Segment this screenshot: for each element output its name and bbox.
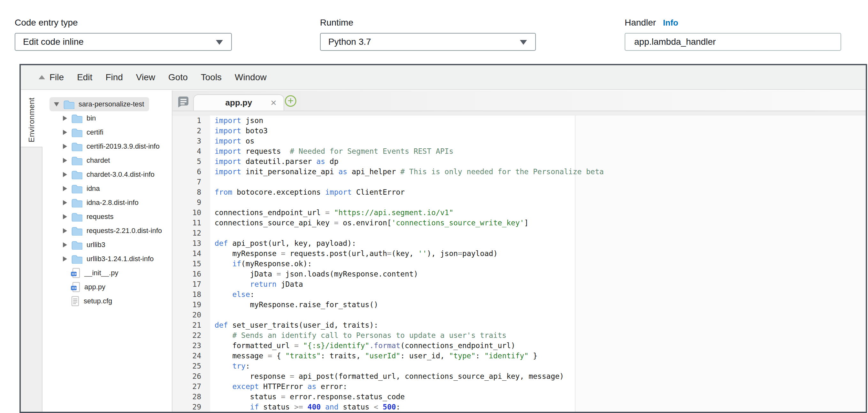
code-line-10: connections_endpoint_url = "https://api.… xyxy=(215,207,454,218)
code-line-18: else: xyxy=(215,289,254,299)
folder-icon xyxy=(71,128,83,137)
line-number: 19 xyxy=(173,299,210,310)
chevron-down-icon xyxy=(216,40,223,45)
tree-row-content: idna xyxy=(63,182,105,196)
folder-icon xyxy=(71,142,83,151)
disclosure-collapsed-icon[interactable] xyxy=(63,200,67,205)
code-line-29: if status >= 400 and status < 500: xyxy=(215,402,400,412)
python-file-icon: <> xyxy=(71,268,80,278)
code-entry-type-select[interactable]: Edit code inline xyxy=(15,33,232,51)
disclosure-collapsed-icon[interactable] xyxy=(63,144,67,149)
menu-items: FileEditFindViewGotoToolsWindow xyxy=(50,65,267,89)
tree-item-label: app.py xyxy=(84,283,105,291)
menu-item-tools[interactable]: Tools xyxy=(201,72,222,83)
svg-text:<>: <> xyxy=(72,286,77,290)
tab-bar: app.py × + xyxy=(173,90,866,111)
disclosure-collapsed-icon[interactable] xyxy=(63,116,67,121)
line-number: 9 xyxy=(173,197,210,207)
folder-icon xyxy=(71,198,83,207)
code-line-21: def set_user_traits(user_id, traits): xyxy=(215,320,378,330)
folder-icon xyxy=(63,100,74,109)
disclosure-collapsed-icon[interactable] xyxy=(63,228,67,233)
tree-item-idna-2.8.dist-info[interactable]: idna-2.8.dist-info xyxy=(42,196,171,210)
code-line-13: def api_post(url, key, payload): xyxy=(215,238,356,248)
folder-icon xyxy=(71,240,83,249)
runtime-select[interactable]: Python 3.7 xyxy=(320,33,536,51)
code-line-24: message = { "traits": traits, "userId": … xyxy=(215,351,537,361)
disclosure-collapsed-icon[interactable] xyxy=(63,130,67,135)
line-number: 27 xyxy=(173,381,210,391)
line-number: 10 xyxy=(173,207,210,218)
environment-tab[interactable]: Environment xyxy=(21,94,42,145)
tree-row-content: idna-2.8.dist-info xyxy=(63,196,144,210)
new-tab-button[interactable]: + xyxy=(285,95,297,107)
tree-item-urllib3-1.24.1.dist-info[interactable]: urllib3-1.24.1.dist-info xyxy=(42,252,171,266)
code-line-23: formatted_url = "{:s}/identify".format(c… xyxy=(215,341,516,351)
code-line-6: import init_personalize_api as api_helpe… xyxy=(215,167,604,177)
disclosure-collapsed-icon[interactable] xyxy=(63,256,67,262)
folder-icon xyxy=(71,240,83,249)
tree-item-certifi-2019.3.9.dist-info[interactable]: certifi-2019.3.9.dist-info xyxy=(42,139,171,153)
tree-item-setup.cfg[interactable]: setup.cfg xyxy=(42,294,171,308)
menu-item-file[interactable]: File xyxy=(50,72,64,83)
menu-item-edit[interactable]: Edit xyxy=(77,72,92,83)
tree-item-label: sara-personalize-test xyxy=(79,100,144,108)
menu-item-window[interactable]: Window xyxy=(235,72,267,83)
tree-item-chardet-3.0.4.dist-info[interactable]: chardet-3.0.4.dist-info xyxy=(42,168,171,182)
folder-icon xyxy=(71,255,83,264)
line-number: 18 xyxy=(173,289,210,299)
runtime-label: Runtime xyxy=(320,18,353,28)
folder-icon xyxy=(71,184,83,194)
code-line-1: import json xyxy=(215,115,263,126)
tree-item-idna[interactable]: idna xyxy=(42,182,171,196)
tree-item-app.py[interactable]: <>app.py xyxy=(42,280,171,294)
disclosure-expanded-icon[interactable] xyxy=(54,102,59,107)
code-line-3: import os xyxy=(215,136,254,146)
tree-row-content: <>__init__.py xyxy=(71,266,123,280)
code-line-14: myResponse = requests.post(url,auth=(key… xyxy=(215,248,498,259)
code-line-15: if(myResponse.ok): xyxy=(215,259,312,269)
close-tab-icon[interactable]: × xyxy=(271,97,277,108)
collapse-editor-button[interactable] xyxy=(36,65,48,89)
tab-bar-bottom-band xyxy=(173,111,866,115)
tree-item-sara-personalize-test[interactable]: sara-personalize-test xyxy=(42,97,171,111)
folder-icon xyxy=(71,156,83,165)
disclosure-collapsed-icon[interactable] xyxy=(63,214,67,219)
code-entry-type-value: Edit code inline xyxy=(23,37,84,47)
tree-row-content: chardet xyxy=(63,153,115,168)
folder-icon xyxy=(71,255,83,264)
folder-icon xyxy=(71,142,83,151)
disclosure-collapsed-icon[interactable] xyxy=(63,158,67,163)
code-line-16: jData = json.loads(myResponse.content) xyxy=(215,269,418,279)
line-number: 15 xyxy=(173,259,210,269)
tree-item-requests[interactable]: requests xyxy=(42,210,171,224)
line-number: 14 xyxy=(173,248,210,259)
line-number: 22 xyxy=(173,330,210,341)
menu-item-find[interactable]: Find xyxy=(105,72,123,83)
tree-item-urllib3[interactable]: urllib3 xyxy=(42,238,171,252)
handler-input[interactable] xyxy=(625,33,841,51)
disclosure-collapsed-icon[interactable] xyxy=(63,242,67,247)
tree-item-label: chardet xyxy=(87,156,110,165)
handler-info-link[interactable]: Info xyxy=(663,18,678,28)
tree-item-label: requests-2.21.0.dist-info xyxy=(87,227,162,235)
open-files-list-button[interactable] xyxy=(176,96,189,109)
tree-item-certifi[interactable]: certifi xyxy=(42,125,171,139)
line-number: 3 xyxy=(173,136,210,146)
folder-icon xyxy=(71,114,83,123)
tree-item-chardet[interactable]: chardet xyxy=(42,153,171,168)
tab-app-py[interactable]: app.py × xyxy=(193,94,284,111)
tree-item-requests-2.21.0.dist-info[interactable]: requests-2.21.0.dist-info xyxy=(42,224,171,238)
menu-item-view[interactable]: View xyxy=(136,72,155,83)
folder-icon xyxy=(71,114,83,123)
line-number: 13 xyxy=(173,238,210,248)
tree-item-bin[interactable]: bin xyxy=(42,111,171,125)
disclosure-collapsed-icon[interactable] xyxy=(63,172,67,177)
tree-item-label: idna xyxy=(87,184,100,193)
code-editor-area[interactable]: 1234567891011121314151617181920212223242… xyxy=(173,115,866,412)
sidebar-tab-strip: Environment xyxy=(21,90,42,412)
line-number: 26 xyxy=(173,371,210,381)
tree-item-__init__.py[interactable]: <>__init__.py xyxy=(42,266,171,280)
menu-item-goto[interactable]: Goto xyxy=(168,72,188,83)
disclosure-collapsed-icon[interactable] xyxy=(63,186,67,191)
